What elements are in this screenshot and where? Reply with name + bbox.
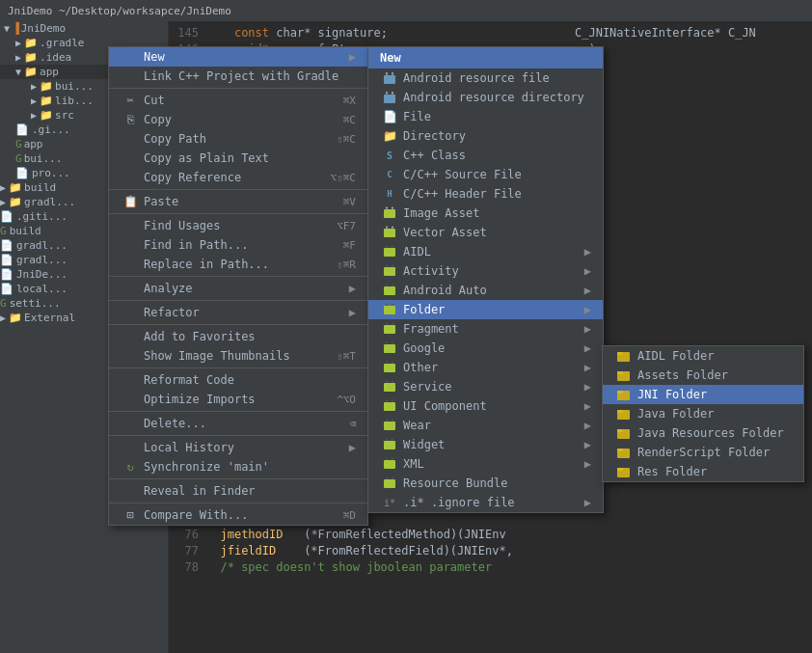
- svg-rect-35: [384, 344, 395, 353]
- menu-item-sync[interactable]: ↻ Synchronize 'main': [109, 457, 367, 476]
- menu-item-copy-path[interactable]: Copy Path ⇧⌘C: [109, 129, 367, 149]
- menu-label: RenderScript Folder: [637, 446, 770, 459]
- menu-item-android-res-file[interactable]: Android resource file: [368, 68, 603, 88]
- cpp-source-icon: C: [380, 170, 399, 179]
- menu-item-paste[interactable]: 📋 Paste ⌘V: [109, 192, 367, 211]
- menu-item-xml[interactable]: XML ▶: [368, 454, 603, 474]
- menu-item-resource-bundle[interactable]: Resource Bundle: [368, 474, 603, 493]
- wear-icon: [380, 419, 399, 432]
- menu-label: Find Usages: [144, 219, 220, 232]
- menu-item-java-resources-folder[interactable]: Java Resources Folder: [603, 423, 803, 443]
- menu-item-vector-asset[interactable]: Vector Asset: [368, 223, 603, 242]
- menu-item-other[interactable]: Other ▶: [368, 358, 603, 377]
- submenu-arrow: ▶: [584, 438, 591, 451]
- menu-item-show-thumbnails[interactable]: Show Image Thumbnails ⇧⌘T: [109, 346, 367, 366]
- shortcut-delete: ⌫: [349, 418, 356, 430]
- menu-item-optimize-imports[interactable]: Optimize Imports ^⌥O: [109, 390, 367, 409]
- context-menu-new: New Android resource file Android resour…: [367, 46, 604, 513]
- menu-item-folder[interactable]: Folder ▶: [368, 300, 603, 319]
- aidl-folder-icon: [614, 349, 634, 363]
- tree-label: app: [24, 138, 43, 150]
- menu-item-directory[interactable]: 📁 Directory: [368, 126, 603, 146]
- menu-item-wear[interactable]: Wear ▶: [368, 416, 603, 435]
- menu-label: Folder: [403, 303, 445, 316]
- svg-point-11: [386, 207, 388, 209]
- svg-point-30: [386, 304, 388, 306]
- menu-item-activity[interactable]: Activity ▶: [368, 261, 603, 281]
- menu-label: Java Folder: [637, 407, 714, 421]
- svg-point-28: [392, 285, 393, 286]
- folder-icon: 📁: [24, 66, 38, 78]
- svg-point-37: [392, 342, 393, 344]
- svg-rect-60: [617, 352, 623, 355]
- menu-item-ignore-file[interactable]: i* .i* .ignore file ▶: [368, 493, 603, 512]
- menu-item-fragment[interactable]: Fragment ▶: [368, 319, 603, 339]
- menu-item-renderscript-folder[interactable]: RenderScript Folder: [603, 443, 803, 462]
- menu-item-aidl[interactable]: AIDL ▶: [368, 242, 603, 261]
- ignore-file-icon: i*: [380, 498, 399, 508]
- svg-point-52: [392, 439, 393, 441]
- menu-item-local-history[interactable]: Local History ▶: [109, 438, 367, 457]
- submenu-arrow: ▶: [584, 496, 591, 509]
- menu-item-copy[interactable]: ⎘ Copy ⌘C: [109, 110, 367, 129]
- menu-item-android-auto[interactable]: Android Auto ▶: [368, 281, 603, 300]
- menu-item-cut[interactable]: ✂ Cut ⌘X: [109, 91, 367, 110]
- menu-item-reveal[interactable]: Reveal in Finder: [109, 481, 367, 501]
- menu-item-ui-component[interactable]: UI Component ▶: [368, 396, 603, 416]
- menu-item-link-cpp[interactable]: Link C++ Project with Gradle: [109, 67, 367, 86]
- menu-label: XML: [403, 457, 424, 471]
- menu-item-java-folder[interactable]: Java Folder: [603, 404, 803, 423]
- svg-rect-5: [384, 95, 395, 103]
- code-line-77: 77 jfieldID (*FromReflectedField)(JNIEnv…: [173, 543, 812, 559]
- file-icon: 📄: [15, 167, 29, 179]
- context-menu-folder: AIDL Folder Assets Folder JNI Folder Jav…: [602, 345, 804, 482]
- menu-item-find-usages[interactable]: Find Usages ⌥F7: [109, 216, 367, 235]
- menu-item-image-asset[interactable]: Image Asset: [368, 204, 603, 223]
- submenu-arrow: ▶: [584, 264, 591, 278]
- menu-item-analyze[interactable]: Analyze ▶: [109, 279, 367, 298]
- menu-item-find-path[interactable]: Find in Path... ⌘F: [109, 235, 367, 255]
- svg-rect-68: [617, 429, 623, 432]
- menu-item-assets-folder[interactable]: Assets Folder: [603, 366, 803, 385]
- menu-label: Java Resources Folder: [637, 426, 784, 440]
- menu-item-jni-folder[interactable]: JNI Folder: [603, 385, 803, 404]
- menu-item-widget[interactable]: Widget ▶: [368, 435, 603, 454]
- tree-item-jnidemo[interactable]: ▼ ▐ JniDemo: [0, 21, 168, 36]
- submenu-arrow: ▶: [584, 419, 591, 432]
- menu-item-compare[interactable]: ⊡ Compare With... ⌘D: [109, 505, 367, 525]
- svg-point-34: [392, 323, 393, 325]
- menu-item-refactor[interactable]: Refactor ▶: [109, 303, 367, 322]
- menu-item-aidl-folder[interactable]: AIDL Folder: [603, 346, 803, 366]
- menu-label: Reformat Code: [144, 373, 234, 387]
- svg-rect-64: [617, 391, 623, 394]
- menu-item-service[interactable]: Service ▶: [368, 377, 603, 396]
- menu-item-add-favorites[interactable]: Add to Favorites: [109, 327, 367, 346]
- svg-rect-44: [384, 402, 395, 411]
- menu-item-res-folder[interactable]: Res Folder: [603, 462, 803, 481]
- menu-item-delete[interactable]: Delete... ⌫: [109, 414, 367, 433]
- tree-label: gradl...: [16, 254, 68, 266]
- menu-item-replace-path[interactable]: Replace in Path... ⇧⌘R: [109, 255, 367, 274]
- submenu-arrow: ▶: [349, 282, 356, 295]
- submenu-arrow: ▶: [349, 441, 356, 454]
- menu-label: Assets Folder: [637, 368, 728, 382]
- shortcut-thumbnails: ⇧⌘T: [337, 350, 356, 363]
- menu-label: C/C++ Header File: [403, 187, 522, 201]
- menu-item-cpp-header[interactable]: H C/C++ Header File: [368, 184, 603, 204]
- svg-point-21: [386, 246, 388, 248]
- menu-item-new[interactable]: New ▶: [109, 47, 367, 67]
- menu-item-android-res-dir[interactable]: Android resource directory: [368, 88, 603, 107]
- menu-item-cpp-source[interactable]: C C/C++ Source File: [368, 165, 603, 184]
- svg-rect-62: [617, 371, 623, 374]
- shortcut-optimize: ^⌥O: [337, 394, 356, 406]
- menu-label: Delete...: [144, 417, 206, 430]
- menu-item-cpp-class[interactable]: S C++ Class: [368, 146, 603, 165]
- menu-item-reformat[interactable]: Reformat Code: [109, 370, 367, 390]
- shortcut-replace: ⇧⌘R: [337, 258, 356, 271]
- menu-item-copy-ref[interactable]: Copy Reference ⌥⇧⌘C: [109, 168, 367, 187]
- menu-item-google[interactable]: Google ▶: [368, 339, 603, 358]
- header-label: New: [380, 51, 401, 65]
- submenu-arrow: ▶: [584, 322, 591, 336]
- menu-item-file[interactable]: 📄 File: [368, 107, 603, 126]
- menu-item-copy-plain[interactable]: Copy as Plain Text: [109, 149, 367, 168]
